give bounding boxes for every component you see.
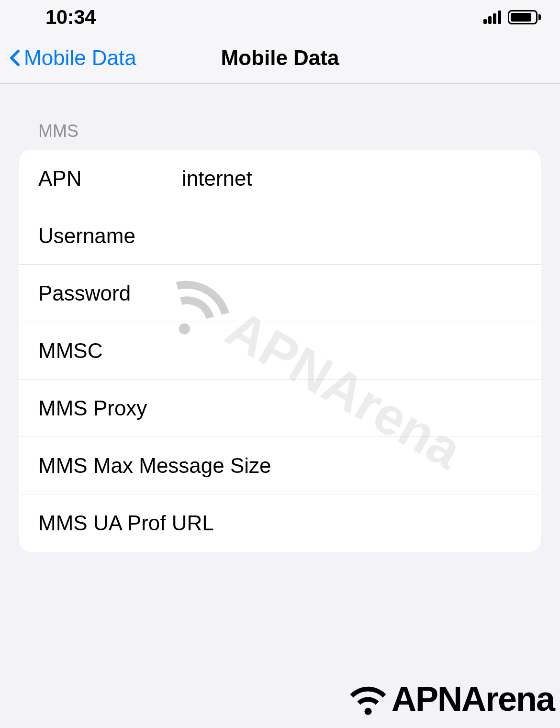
row-label: APN xyxy=(38,167,182,190)
settings-group-mms: APN Username Password MMSC MMS Proxy MMS… xyxy=(19,150,541,552)
row-label: MMS UA Prof URL xyxy=(38,511,214,535)
back-label: Mobile Data xyxy=(24,46,136,70)
navigation-bar: Mobile Data Mobile Data xyxy=(0,34,560,84)
password-input[interactable] xyxy=(182,281,522,305)
row-username[interactable]: Username xyxy=(19,207,541,265)
row-label: MMSC xyxy=(38,339,182,363)
mmsc-input[interactable] xyxy=(182,339,522,363)
row-label: Username xyxy=(38,224,182,248)
status-icons xyxy=(483,10,541,24)
row-password[interactable]: Password xyxy=(19,265,541,322)
status-time: 10:34 xyxy=(45,6,96,29)
wifi-icon xyxy=(347,680,390,718)
row-mms-proxy[interactable]: MMS Proxy xyxy=(19,380,541,437)
mms-proxy-input[interactable] xyxy=(182,396,522,420)
back-button[interactable]: Mobile Data xyxy=(10,46,136,70)
section-header-mms: MMS xyxy=(38,121,541,141)
battery-icon xyxy=(508,10,541,24)
row-mms-max-size[interactable]: MMS Max Message Size xyxy=(19,437,541,494)
row-label: MMS Proxy xyxy=(38,396,182,420)
mms-max-size-input[interactable] xyxy=(271,454,534,478)
svg-point-0 xyxy=(364,708,371,715)
row-mms-ua-prof-url[interactable]: MMS UA Prof URL xyxy=(19,494,541,552)
chevron-left-icon xyxy=(10,49,20,67)
mms-ua-prof-url-input[interactable] xyxy=(214,511,522,535)
row-apn[interactable]: APN xyxy=(19,150,541,207)
page-title: Mobile Data xyxy=(221,46,339,70)
status-bar: 10:34 xyxy=(0,0,560,34)
row-label: Password xyxy=(38,281,182,305)
footer-logo: APNArena xyxy=(347,679,554,718)
row-mmsc[interactable]: MMSC xyxy=(19,322,541,380)
apn-input[interactable] xyxy=(182,167,522,190)
cellular-signal-icon xyxy=(483,11,501,24)
row-label: MMS Max Message Size xyxy=(38,454,271,478)
content: MMS APN Username Password MMSC MMS Proxy… xyxy=(0,84,560,552)
username-input[interactable] xyxy=(182,224,522,248)
